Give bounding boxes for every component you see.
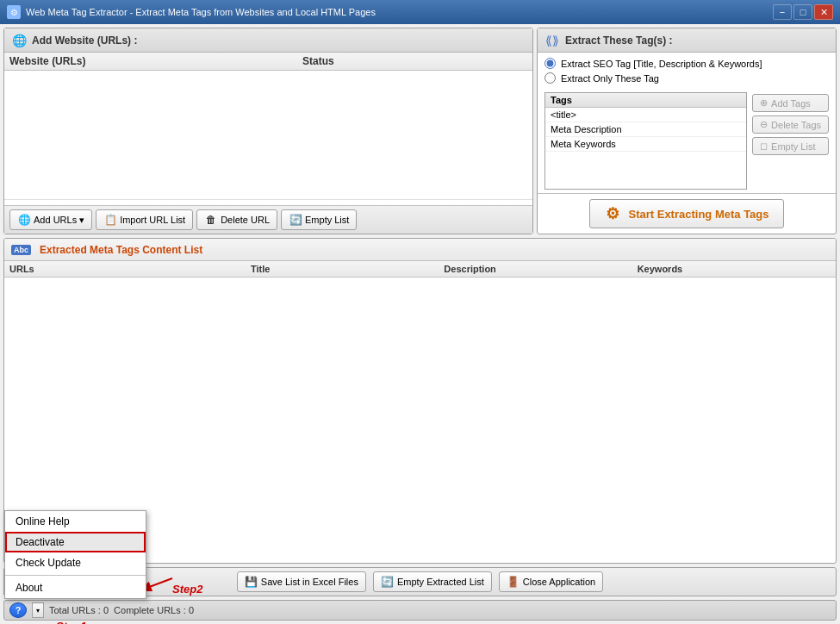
main-content: 🌐 Add Website (URLs) : Website (URLs) St… — [0, 24, 840, 624]
abc-icon: Abc — [11, 245, 31, 255]
context-menu: Online Help Deactivate Check Update Abou… — [4, 510, 146, 599]
top-section: 🌐 Add Website (URLs) : Website (URLs) St… — [3, 28, 837, 234]
extract-section: ⚙ Start Extracting Meta Tags — [538, 193, 836, 234]
add-website-title: Add Website (URLs) : — [32, 34, 137, 47]
add-website-header: 🌐 Add Website (URLs) : — [4, 28, 532, 53]
status-bar: ? ▾ Total URLs : 0 Complete URLs : 0 Onl… — [3, 600, 837, 621]
menu-item-deactivate[interactable]: Deactivate — [5, 532, 146, 552]
close-button[interactable]: ✕ — [814, 4, 833, 20]
tag-item-description: Meta Description — [545, 122, 746, 137]
tag-item-title: <title> — [545, 108, 746, 122]
add-website-icon: 🌐 — [11, 33, 27, 48]
import-url-list-button[interactable]: 📋 Import URL List — [96, 209, 193, 230]
custom-tag-radio[interactable] — [544, 72, 556, 84]
tags-list-header: Tags — [545, 93, 746, 108]
extract-tags-panel: ⟪⟫ Extract These Tag(s) : Extract SEO Ta… — [537, 28, 837, 234]
url-table-body — [4, 71, 532, 200]
tags-buttons: ⊕ Add Tags ⊖ Delete Tags ◻ Empty List — [752, 92, 829, 190]
extract-tags-header: ⟪⟫ Extract These Tag(s) : — [538, 28, 836, 53]
custom-tag-option[interactable]: Extract Only These Tag — [544, 72, 829, 84]
seo-tag-radio[interactable] — [544, 58, 556, 69]
delete-tags-button[interactable]: ⊖ Delete Tags — [752, 115, 829, 134]
extract-tags-title: Extract These Tag(s) : — [565, 34, 672, 47]
url-table-header: Website (URLs) Status — [4, 53, 532, 71]
url-toolbar: 🌐 Add URLs ▾ 📋 Import URL List 🗑 Delete … — [4, 205, 532, 234]
seo-tag-option[interactable]: Extract SEO Tag [Title, Description & Ke… — [544, 58, 829, 69]
empty-list-icon: 🔄 — [289, 213, 302, 227]
url-table: Website (URLs) Status — [4, 53, 532, 205]
extract-tags-icon: ⟪⟫ — [544, 33, 560, 48]
app-icon: ⚙ — [7, 5, 21, 19]
total-urls-status: Total URLs : 0 — [49, 605, 109, 615]
add-urls-button[interactable]: 🌐 Add URLs ▾ — [9, 209, 92, 230]
tag-item-keywords: Meta Keywords — [545, 137, 746, 152]
radio-section: Extract SEO Tag [Title, Description & Ke… — [538, 53, 836, 89]
window-title: Web Meta Tag Extractor - Extract Meta Ta… — [26, 7, 376, 17]
empty-extracted-icon: 🔄 — [381, 575, 395, 589]
minimize-button[interactable]: − — [773, 4, 792, 20]
help-button[interactable]: ? — [9, 602, 27, 618]
menu-item-online-help[interactable]: Online Help — [5, 511, 146, 532]
add-urls-icon: 🌐 — [17, 213, 31, 227]
import-icon: 📋 — [103, 213, 117, 227]
tags-section: Tags <title> Meta Description Meta Keywo… — [538, 89, 836, 193]
content-title: Extracted Meta Tags Content List — [40, 244, 202, 256]
menu-item-about[interactable]: About — [5, 577, 146, 598]
menu-item-check-update[interactable]: Check Update — [5, 552, 146, 573]
keywords-column-header: Keywords — [638, 264, 831, 274]
content-header: Abc Extracted Meta Tags Content List — [4, 239, 836, 261]
maximize-button[interactable]: □ — [793, 4, 812, 20]
step1-label: Step1 — [56, 620, 86, 624]
close-application-button[interactable]: 🚪 Close Application — [499, 571, 603, 592]
menu-separator — [5, 575, 146, 576]
title-bar: ⚙ Web Meta Tag Extractor - Extract Meta … — [0, 0, 840, 24]
content-table-header: URLs Title Description Keywords — [4, 261, 836, 278]
delete-url-button[interactable]: 🗑 Delete URL — [196, 209, 277, 230]
empty-list-tags-button[interactable]: ◻ Empty List — [752, 137, 829, 155]
save-excel-button[interactable]: 💾 Save List in Excel Files — [237, 571, 366, 592]
tags-list: Tags <title> Meta Description Meta Keywo… — [544, 92, 747, 190]
save-excel-icon: 💾 — [245, 575, 258, 589]
add-tags-button[interactable]: ⊕ Add Tags — [752, 94, 829, 112]
title-column-header: Title — [251, 264, 444, 274]
delete-url-icon: 🗑 — [204, 213, 218, 227]
start-extracting-button[interactable]: ⚙ Start Extracting Meta Tags — [589, 199, 783, 228]
urls-column-header: URLs — [9, 264, 251, 274]
description-column-header: Description — [444, 264, 637, 274]
add-website-panel: 🌐 Add Website (URLs) : Website (URLs) St… — [3, 28, 533, 234]
empty-extracted-button[interactable]: 🔄 Empty Extracted List — [373, 571, 492, 592]
complete-urls-status: Complete URLs : 0 — [114, 605, 194, 615]
empty-list-button[interactable]: 🔄 Empty List — [281, 209, 357, 230]
status-column-header: Status — [302, 55, 527, 67]
gear-icon: ⚙ — [604, 205, 621, 222]
help-dropdown-arrow[interactable]: ▾ — [32, 602, 44, 618]
close-app-icon: 🚪 — [507, 575, 520, 589]
url-column-header: Website (URLs) — [9, 55, 302, 67]
